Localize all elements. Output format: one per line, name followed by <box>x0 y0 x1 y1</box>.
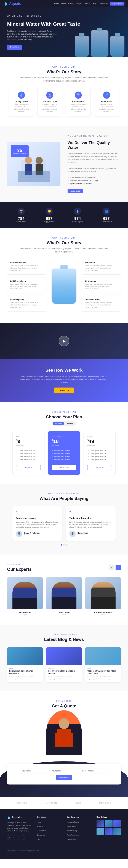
experts-tag: OUR EXPERTS <box>7 563 32 565</box>
footer-service-consultation[interactable]: Consultation <box>67 837 91 840</box>
annual-period: Per Month <box>87 445 112 446</box>
footer-service-treatment[interactable]: Water Treatment <box>67 833 91 836</box>
person-svg <box>53 715 75 750</box>
footer-link-services[interactable]: Our Services <box>37 829 61 832</box>
feature-quality-check: 💧 Quality Check Lorem ipsum dolor sit am… <box>9 88 34 117</box>
hero-cta-button[interactable]: Read More <box>7 45 22 50</box>
quote-phone-input[interactable] <box>80 768 109 773</box>
toggle-monthly[interactable]: Monthly <box>53 422 64 425</box>
testimonial-2-title: Taste Like Imperdiet <box>69 517 112 519</box>
testimonials-grid: " Taste Like Heaven Lorem ipsum dolor si… <box>7 506 121 540</box>
footer-service-purification[interactable]: Water Purification <box>67 820 91 824</box>
hero-description: Drinking mineral water is not important … <box>7 30 57 41</box>
dot-2[interactable] <box>63 544 65 546</box>
footer-logo-icon: 💧 <box>7 816 11 819</box>
stat-clients: 😊 987 Happy Clients <box>44 208 54 223</box>
clients-icon: 😊 <box>46 208 53 215</box>
blog-header: LATEST BLOG & NEWS Latest Blog & News <box>7 633 121 642</box>
video-background <box>0 323 128 359</box>
feature-taste-like-home: Taste Like Home Lorem ipsum dolor sit am… <box>82 296 121 312</box>
john-figure <box>46 577 82 609</box>
footer-grid: 💧 Aquato Lorem ipsum dolor sit amet, con… <box>7 816 121 842</box>
quote-submit-button[interactable]: Submit Now <box>56 775 72 780</box>
nav-gallery[interactable]: Gallery <box>68 3 74 5</box>
story-right-features: Antioxidant Lorem ipsum dolor sit amet c… <box>82 259 121 314</box>
quote-title: Get A Quote <box>7 704 121 709</box>
annual-feature: Lorem Ipsum Dolor Sit <box>87 449 112 452</box>
quote-name-input[interactable] <box>19 768 48 773</box>
blog-post-3-content: Blog Water is a transparent fluid which … <box>85 665 121 682</box>
footer-gallery-grid <box>96 820 121 835</box>
professional-plan-label: Professional <box>52 436 76 438</box>
deliver-button[interactable]: Learn More <box>68 189 83 193</box>
testimonials-section: WHAT ARE PEOPLE SAYING What Are People S… <box>0 484 128 555</box>
footer-desc: Lorem ipsum dolor sit amet, consectetur … <box>7 822 32 832</box>
pricing-toggle: Monthly Annual <box>52 421 76 426</box>
brand-portdavis: Port Davis <box>99 802 112 804</box>
svg-rect-8 <box>55 733 73 747</box>
stat-award: 🏆 784 Award Winner <box>16 208 26 223</box>
blog-post-3-tag: Blog <box>87 667 119 669</box>
award-icon: 🏆 <box>17 208 25 215</box>
team-icon: 👥 <box>103 208 110 215</box>
quote-email-input[interactable] <box>50 768 78 773</box>
footer-link-home[interactable]: Home <box>37 820 61 824</box>
svg-rect-7 <box>57 729 71 733</box>
dot-1[interactable] <box>61 544 62 546</box>
toggle-annual[interactable]: Annual <box>65 422 75 425</box>
blog-post-3: Blog Water is a transparent fluid which … <box>85 647 121 682</box>
starter-get-started-button[interactable]: Get Started <box>16 465 41 470</box>
lab-icon: 🧪 <box>103 92 110 99</box>
gallery-thumb-3 <box>114 820 121 827</box>
blog-post-2-title: It is an oxygen bubble a natural solutio… <box>48 670 80 675</box>
experts-prev-button[interactable]: ‹ <box>109 565 114 570</box>
social-facebook[interactable]: f <box>7 835 12 840</box>
nav-blog[interactable]: Blog <box>93 3 96 5</box>
story-center-jug <box>50 269 78 304</box>
experts-next-button[interactable]: › <box>116 565 121 570</box>
professional-get-started-button[interactable]: Get Started <box>52 465 76 470</box>
how-contact-button[interactable]: Contact Us <box>54 388 74 393</box>
social-twitter[interactable]: t <box>13 835 18 840</box>
nav-links: Home About Gallery Pages Projects Blog C… <box>54 2 124 5</box>
annual-price: $49 <box>87 439 112 444</box>
nav-about[interactable]: About <box>61 3 66 5</box>
footer-link-about[interactable]: About Us <box>37 825 61 828</box>
footer-service-delivery[interactable]: Water Delivery <box>67 829 91 832</box>
svg-point-3 <box>36 157 43 164</box>
author-2-info: Ronald Hart Customer <box>78 532 88 536</box>
blog-grid: Blog Lorem ipsum dolor sit amet consecte… <box>7 647 121 682</box>
john-name: John Doven <box>46 612 82 614</box>
professional-features: Lorem Ipsum Dolor Sit Lorem Ipsum Dolor … <box>52 449 76 461</box>
starter-plan-label: Starter <box>16 436 41 438</box>
hero-tag: WATER IS NOTHING BUT LIFE <box>7 14 57 18</box>
author-2-role: Customer <box>78 534 88 536</box>
nav-projects[interactable]: Projects <box>84 3 90 5</box>
expert-john: John Doven Expert <box>46 577 82 616</box>
annual-get-started-button[interactable]: Get Started <box>87 465 112 470</box>
john-role: Expert <box>46 614 82 616</box>
starter-features: Lorem Ipsum Dolor Sit Lorem Ipsum Dolor … <box>16 449 41 461</box>
professional-feature: Lorem Ipsum Dolor Sit <box>52 449 76 452</box>
story-section-1: WHAT'S OUR STORY What's Our Story Lorem … <box>0 57 128 126</box>
play-button[interactable] <box>59 336 69 346</box>
footer-service-testing[interactable]: Water Testing <box>67 825 91 828</box>
footer-link-contact[interactable]: Contact Us <box>37 833 61 836</box>
experts-header-text: OUR EXPERTS Our Experts <box>7 563 32 572</box>
andrew-photo <box>85 577 121 609</box>
how-desc: Lorem ipsum dolor sit amet, consectetur … <box>19 375 109 384</box>
social-instagram[interactable]: in <box>20 835 25 840</box>
story2-title: What's Our Story <box>7 240 121 245</box>
nav-contact[interactable]: Contact Us <box>99 3 108 5</box>
nav-pages[interactable]: Pages <box>77 3 81 5</box>
feature-filtration: 🔬 Filtration Level Lorem ipsum dolor sit… <box>37 88 62 117</box>
dot-3[interactable] <box>66 544 67 546</box>
feature-lab-title: Lab Control <box>97 100 116 102</box>
annual-features: Lorem Ipsum Dolor Sit Lorem Ipsum Dolor … <box>87 449 112 461</box>
footer-bottom: Copyright © 2021 Aquato. All rights rese… <box>7 847 121 851</box>
appointment-button[interactable]: Appointment <box>110 2 124 5</box>
footer-link-blog[interactable]: Blog <box>37 837 61 840</box>
composition-icon: ⚗️ <box>75 92 82 99</box>
nav-home[interactable]: Home <box>54 3 59 5</box>
professional-feature: Lorem Ipsum Dolor Sit <box>52 452 76 455</box>
